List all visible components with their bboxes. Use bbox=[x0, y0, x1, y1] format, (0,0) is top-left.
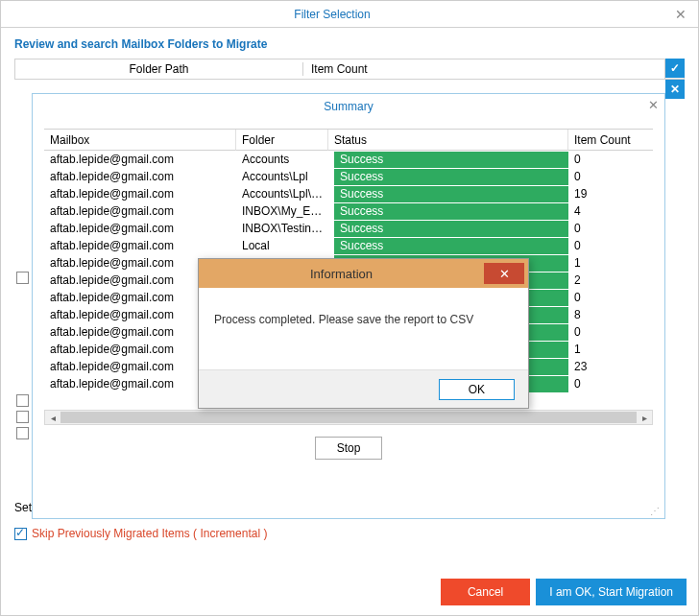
cell-status: Success bbox=[328, 238, 568, 254]
cell-count: 0 bbox=[568, 170, 653, 183]
scrollbar-thumb[interactable] bbox=[60, 412, 637, 423]
cell-folder: Accounts\Lpl bbox=[236, 170, 328, 183]
col-item-count[interactable]: Item Count bbox=[303, 62, 664, 76]
cancel-button[interactable]: Cancel bbox=[441, 579, 530, 605]
cell-count: 0 bbox=[568, 153, 653, 166]
stop-button[interactable]: Stop bbox=[315, 437, 383, 460]
cell-mailbox: aftab.lepide@gmail.com bbox=[44, 187, 236, 201]
table-row[interactable]: aftab.lepide@gmail.comINBOX\Testing MSuc… bbox=[44, 220, 653, 237]
cell-folder: Accounts bbox=[236, 153, 328, 166]
info-title: Information bbox=[199, 267, 484, 281]
status-badge: Success bbox=[334, 221, 568, 237]
cell-folder: Local bbox=[236, 239, 328, 252]
scroll-left-icon[interactable]: ◂ bbox=[45, 413, 60, 423]
uncheck-all-button[interactable]: ✕ bbox=[665, 80, 685, 99]
col-folder-path[interactable]: Folder Path bbox=[15, 62, 303, 76]
cell-count: 0 bbox=[568, 377, 653, 391]
filter-subtitle: Review and search Mailbox Folders to Mig… bbox=[1, 28, 698, 59]
scroll-right-icon[interactable]: ▸ bbox=[637, 413, 652, 423]
cell-folder: INBOX\Testing M bbox=[236, 222, 328, 235]
cell-mailbox: aftab.lepide@gmail.com bbox=[44, 239, 236, 252]
cell-status: Success bbox=[328, 221, 568, 237]
col-item-count[interactable]: Item Count bbox=[568, 130, 653, 151]
filter-checkbox[interactable] bbox=[16, 427, 29, 439]
table-row[interactable]: aftab.lepide@gmail.comAccounts\LplSucces… bbox=[44, 168, 653, 185]
cell-count: 2 bbox=[568, 273, 653, 287]
cell-status: Success bbox=[328, 152, 568, 168]
skip-migrated-checkbox[interactable] bbox=[14, 528, 27, 540]
cell-mailbox: aftab.lepide@gmail.com bbox=[44, 204, 236, 218]
cell-count: 0 bbox=[568, 325, 653, 339]
info-close-button[interactable]: ✕ bbox=[484, 263, 524, 284]
information-dialog: Information ✕ Process completed. Please … bbox=[198, 258, 529, 409]
cell-count: 1 bbox=[568, 256, 653, 270]
table-row[interactable]: aftab.lepide@gmail.comAccounts\Lpl\N...S… bbox=[44, 185, 653, 202]
cell-count: 1 bbox=[568, 343, 653, 356]
ok-button[interactable]: OK bbox=[439, 379, 515, 400]
col-status[interactable]: Status bbox=[328, 130, 568, 151]
table-row[interactable]: aftab.lepide@gmail.comINBOX\My_EmailsSuc… bbox=[44, 202, 653, 220]
summary-title: Summary bbox=[33, 94, 664, 123]
summary-grid-header: Mailbox Folder Status Item Count bbox=[44, 130, 653, 151]
filter-dialog-title: Filter Selection bbox=[1, 8, 663, 21]
cell-status: Success bbox=[328, 169, 568, 185]
status-badge: Success bbox=[334, 169, 568, 185]
cell-mailbox: aftab.lepide@gmail.com bbox=[44, 153, 236, 166]
resize-grip-icon[interactable]: ⋰ bbox=[650, 509, 661, 514]
info-message: Process completed. Please save the repor… bbox=[199, 288, 528, 336]
filter-grid-header: Folder Path Item Count ▴ bbox=[14, 59, 685, 80]
cell-count: 0 bbox=[568, 239, 653, 252]
status-badge: Success bbox=[334, 203, 568, 220]
cell-count: 0 bbox=[568, 222, 653, 235]
cell-mailbox: aftab.lepide@gmail.com bbox=[44, 170, 236, 183]
cell-count: 0 bbox=[568, 291, 653, 304]
set-label: Set bbox=[14, 501, 32, 514]
table-row[interactable]: aftab.lepide@gmail.comAccountsSuccess0 bbox=[44, 151, 653, 168]
cell-count: 8 bbox=[568, 308, 653, 321]
cell-status: Success bbox=[328, 186, 568, 202]
col-folder[interactable]: Folder bbox=[236, 130, 328, 151]
cell-mailbox: aftab.lepide@gmail.com bbox=[44, 222, 236, 235]
skip-migrated-label: Skip Previously Migrated Items ( Increme… bbox=[32, 527, 267, 540]
filter-checkbox[interactable] bbox=[16, 394, 29, 407]
filter-checkbox[interactable] bbox=[16, 411, 29, 423]
cell-folder: Accounts\Lpl\N... bbox=[236, 187, 328, 201]
table-row[interactable]: aftab.lepide@gmail.comLocalSuccess0 bbox=[44, 237, 653, 254]
summary-close-icon[interactable]: ✕ bbox=[648, 98, 659, 112]
cell-count: 19 bbox=[568, 187, 653, 201]
start-migration-button[interactable]: I am OK, Start Migration bbox=[536, 579, 687, 605]
cell-count: 23 bbox=[568, 360, 653, 373]
status-badge: Success bbox=[334, 238, 568, 254]
cell-count: 4 bbox=[568, 204, 653, 218]
status-badge: Success bbox=[334, 186, 568, 202]
status-badge: Success bbox=[334, 152, 568, 168]
horizontal-scrollbar[interactable]: ◂ ▸ bbox=[44, 410, 653, 425]
filter-checkbox[interactable] bbox=[16, 272, 29, 284]
col-mailbox[interactable]: Mailbox bbox=[44, 130, 236, 151]
cell-folder: INBOX\My_Emails bbox=[236, 204, 328, 218]
cell-status: Success bbox=[328, 203, 568, 220]
check-all-button[interactable]: ✓ bbox=[665, 59, 685, 78]
close-icon[interactable]: ✕ bbox=[663, 7, 698, 22]
